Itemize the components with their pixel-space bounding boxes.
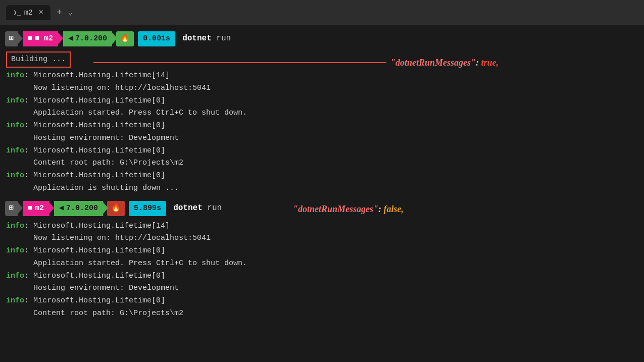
flame-icon-2: 🔥	[111, 202, 121, 215]
log-line-1-1: info: Microsoft.Hosting.Lifetime[14]	[0, 70, 644, 82]
git-label-1: 7.0.200	[75, 33, 107, 45]
win-icon-1: ⊞	[9, 33, 14, 45]
log-line-2-1: info: Microsoft.Hosting.Lifetime[14]	[0, 220, 644, 233]
building-container: Building ... "dotnetRunMessages": true,	[0, 50, 644, 69]
log-line-2-7: info: Microsoft.Hosting.Lifetime[0]	[0, 295, 644, 307]
annotation-false: "dotnetRunMessages": false,	[293, 202, 404, 217]
log-line-1-10: Application is shutting down ...	[0, 182, 644, 195]
annotation-key-1: "dotnetRunMessages"	[390, 58, 476, 68]
git-icon-1: ◀	[68, 33, 73, 45]
cmd-run-1: run	[216, 34, 231, 43]
win-segment-2: ⊞	[5, 201, 18, 216]
git-icon-2: ◀	[59, 202, 64, 215]
log-line-2-5: info: Microsoft.Hosting.Lifetime[0]	[0, 270, 644, 283]
time-segment-1: 0.001s	[138, 31, 175, 46]
log-line-2-4: Application started. Press Ctrl+C to shu…	[0, 257, 644, 270]
log-line-2-8: Content root path: G:\Projects\m2	[0, 307, 644, 320]
dir-label-2: m2	[35, 202, 44, 215]
building-text: Building ...	[6, 51, 71, 68]
tab-close-button[interactable]: ×	[38, 8, 43, 17]
log-line-2-3: info: Microsoft.Hosting.Lifetime[0]	[0, 245, 644, 257]
git-segment-2: ◀ 7.0.200	[54, 201, 103, 216]
title-bar: ❯_ m2 × + ⌄	[0, 0, 644, 25]
cmd-run-2: run	[207, 203, 222, 213]
annotation-value-2: false,	[384, 204, 404, 214]
annotation-true: "dotnetRunMessages": true,	[390, 56, 499, 70]
command-1: dotnet run	[182, 32, 231, 45]
flame-icon-1: 🔥	[120, 33, 130, 45]
log-line-1-5: info: Microsoft.Hosting.Lifetime[0]	[0, 120, 644, 132]
win-icon-2: ⊞	[9, 202, 14, 215]
tab-item[interactable]: ❯_ m2 ×	[6, 5, 51, 20]
tab-dropdown-button[interactable]: ⌄	[68, 8, 72, 17]
dir-icon-2: ■	[28, 202, 32, 215]
git-label-2: 7.0.200	[66, 202, 98, 215]
time-label-2: 5.899s	[134, 202, 161, 215]
log-line-1-8: Content root path: G:\Projects\m2	[0, 157, 644, 170]
log-line-1-2: Now listening on: http://localhost:5041	[0, 82, 644, 95]
git-segment-1: ◀ 7.0.200	[63, 31, 112, 46]
flame-segment-1: 🔥	[116, 31, 134, 46]
log-line-1-3: info: Microsoft.Hosting.Lifetime[0]	[0, 95, 644, 108]
command-2: dotnet run	[173, 202, 222, 215]
dir-segment-2: ■ m2	[23, 201, 49, 216]
cmd-dotnet-1: dotnet	[182, 34, 212, 43]
prompt-bar-2: ⊞ ■ m2 ◀ 7.0.200 🔥 5.899s dotnet	[0, 198, 644, 219]
annotation-value-1: true,	[481, 58, 499, 68]
tab-add-button[interactable]: +	[57, 8, 62, 18]
log-line-1-6: Hosting environment: Development	[0, 132, 644, 145]
dir-segment-1: ■ ■ m2	[23, 31, 58, 46]
dir-label-1: ■ m2	[35, 33, 53, 45]
time-label-1: 0.001s	[143, 33, 170, 45]
arrow-indicator: "dotnetRunMessages": true,	[93, 56, 499, 70]
log-line-1-7: info: Microsoft.Hosting.Lifetime[0]	[0, 145, 644, 158]
prompt-bar-1: ⊞ ■ ■ m2 ◀ 7.0.200 🔥 0.001s dotnet	[0, 28, 644, 49]
terminal-icon: ❯_	[13, 9, 21, 17]
log-line-2-6: Hosting environment: Development	[0, 282, 644, 295]
log-line-2-2: Now listening on: http://localhost:5041	[0, 232, 644, 245]
dir-icon-1: ■	[28, 33, 32, 45]
annotation-key-2: "dotnetRunMessages"	[293, 204, 378, 214]
time-segment-2: 5.899s	[129, 201, 166, 216]
tab-label: m2	[24, 9, 33, 17]
win-segment-1: ⊞	[5, 31, 18, 46]
log-line-1-9: info: Microsoft.Hosting.Lifetime[0]	[0, 170, 644, 182]
log-line-1-4: Application started. Press Ctrl+C to shu…	[0, 107, 644, 120]
cmd-dotnet-2: dotnet	[173, 203, 203, 213]
flame-segment-2: 🔥	[107, 201, 125, 216]
terminal-content: ⊞ ■ ■ m2 ◀ 7.0.200 🔥 0.001s dotnet	[0, 28, 644, 320]
